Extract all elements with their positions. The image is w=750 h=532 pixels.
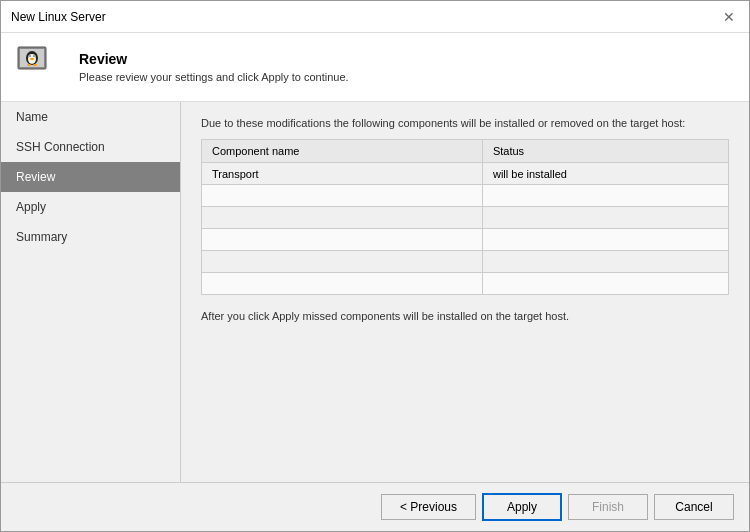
content-area: Name SSH Connection Review Apply Summary… (1, 102, 749, 482)
main-content: Due to these modifications the following… (181, 102, 749, 482)
title-bar: New Linux Server ✕ (1, 1, 749, 33)
svg-point-6 (29, 55, 30, 56)
dialog-title: New Linux Server (11, 10, 106, 24)
header-section: Review Please review your settings and c… (1, 33, 749, 102)
sidebar-item-review[interactable]: Review (1, 162, 180, 192)
header-title: Review (79, 51, 349, 67)
svg-point-7 (33, 55, 34, 56)
description-text: Due to these modifications the following… (201, 117, 729, 129)
linux-icon (16, 43, 64, 91)
sidebar-item-apply[interactable]: Apply (1, 192, 180, 222)
dialog: New Linux Server ✕ (0, 0, 750, 532)
footer: < Previous Apply Finish Cancel (1, 482, 749, 531)
svg-point-9 (27, 64, 31, 66)
cell-status: will be installed (482, 163, 728, 185)
table-row (202, 207, 729, 229)
table-row (202, 229, 729, 251)
col-status: Status (482, 140, 728, 163)
cell-status (482, 185, 728, 207)
header-text: Review Please review your settings and c… (79, 51, 349, 83)
components-table: Component name Status Transportwill be i… (201, 139, 729, 295)
sidebar-item-name[interactable]: Name (1, 102, 180, 132)
table-row (202, 185, 729, 207)
cell-component (202, 185, 483, 207)
sidebar-item-ssh-connection[interactable]: SSH Connection (1, 132, 180, 162)
close-button[interactable]: ✕ (719, 9, 739, 25)
cancel-button[interactable]: Cancel (654, 494, 734, 520)
cell-status (482, 273, 728, 295)
previous-button[interactable]: < Previous (381, 494, 476, 520)
cell-component: Transport (202, 163, 483, 185)
table-row: Transportwill be installed (202, 163, 729, 185)
cell-component (202, 229, 483, 251)
svg-point-8 (30, 58, 34, 60)
cell-component (202, 251, 483, 273)
sidebar: Name SSH Connection Review Apply Summary (1, 102, 181, 482)
col-component-name: Component name (202, 140, 483, 163)
finish-button[interactable]: Finish (568, 494, 648, 520)
after-text: After you click Apply missed components … (201, 310, 729, 322)
header-subtitle: Please review your settings and click Ap… (79, 71, 349, 83)
cell-component (202, 207, 483, 229)
cell-status (482, 251, 728, 273)
cell-status (482, 207, 728, 229)
svg-point-10 (33, 64, 37, 66)
table-row (202, 273, 729, 295)
cell-status (482, 229, 728, 251)
table-row (202, 251, 729, 273)
cell-component (202, 273, 483, 295)
sidebar-item-summary[interactable]: Summary (1, 222, 180, 252)
apply-button[interactable]: Apply (482, 493, 562, 521)
